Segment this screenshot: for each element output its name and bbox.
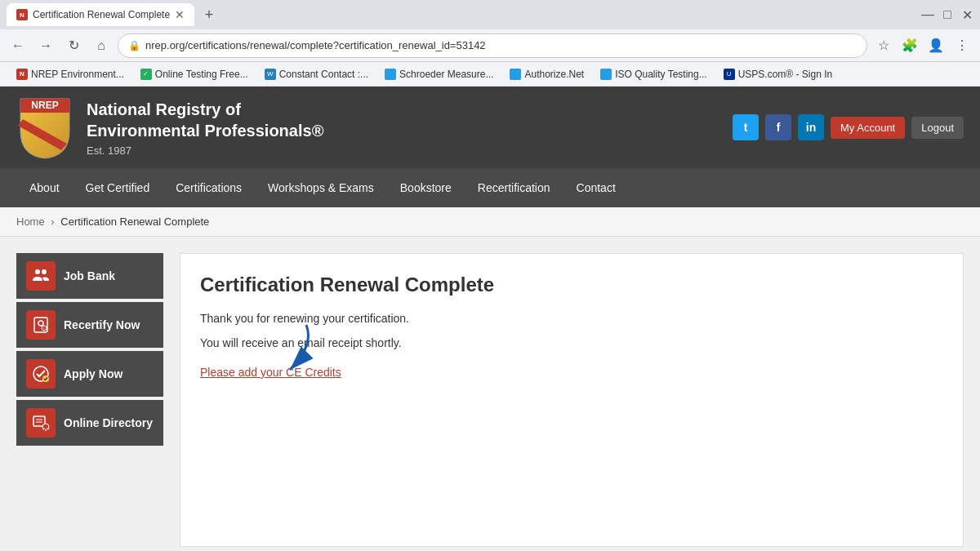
bookmark-label-authorize: Authorize.Net (524, 69, 584, 80)
forward-button[interactable]: → (34, 34, 57, 57)
sidebar-label-job-bank: Job Bank (64, 269, 115, 282)
certificate-icon (26, 408, 56, 438)
close-window-button[interactable]: ✕ (960, 8, 973, 21)
bookmark-testing[interactable]: ✓ Online Testing Free... (134, 67, 255, 82)
url-text: nrep.org/certifications/renewal/complete… (145, 39, 857, 51)
org-name: National Registry of Environmental Profe… (87, 99, 323, 157)
minimize-button[interactable]: — (921, 8, 934, 21)
nav-item-recertification[interactable]: Recertification (465, 168, 564, 207)
bookmark-label-schroeder: Schroeder Measure... (399, 69, 493, 80)
badge-icon: ! (26, 310, 56, 340)
sidebar-item-online-directory[interactable]: Online Directory (16, 400, 163, 446)
home-button[interactable]: ⌂ (90, 34, 113, 57)
sidebar-label-online-directory: Online Directory (64, 416, 153, 429)
bookmark-constant[interactable]: W Constant Contact :... (258, 67, 375, 82)
svg-point-4 (38, 321, 43, 326)
tab-title: Certification Renewal Complete (33, 9, 170, 20)
sidebar-label-recertify: Recertify Now (64, 318, 140, 331)
sidebar-item-recertify-now[interactable]: ! Recertify Now (16, 302, 163, 348)
site-nav: About Get Certified Certifications Works… (0, 168, 980, 207)
bookmark-star-button[interactable]: ☆ (872, 34, 895, 57)
refresh-button[interactable]: ↻ (62, 34, 85, 57)
bookmark-favicon-nrep: N (16, 69, 28, 80)
sidebar-item-job-bank[interactable]: Job Bank (16, 253, 163, 299)
bookmark-authorize[interactable]: 🌐 Authorize.Net (503, 67, 590, 82)
nav-item-about[interactable]: About (16, 168, 73, 207)
tab-favicon: N (16, 9, 28, 20)
page-title: Certification Renewal Complete (200, 273, 943, 296)
nav-item-bookstore[interactable]: Bookstore (387, 168, 465, 207)
tab-close-button[interactable]: ✕ (175, 8, 185, 21)
toolbar-actions: ☆ 🧩 👤 ⋮ (872, 34, 973, 57)
nav-item-certifications[interactable]: Certifications (163, 168, 255, 207)
svg-text:NREP: NREP (31, 100, 58, 111)
breadcrumb-current: Certification Renewal Complete (60, 216, 209, 228)
ce-credits-section: Please add your CE Credits (200, 366, 943, 379)
new-tab-button[interactable]: + (198, 3, 220, 26)
maximize-button[interactable]: □ (941, 8, 954, 21)
bookmark-favicon-testing: ✓ (140, 69, 152, 80)
bookmark-favicon-iso: 🌐 (600, 69, 612, 80)
bookmark-schroeder[interactable]: 🌐 Schroeder Measure... (378, 67, 500, 82)
bookmark-favicon-usps: U (724, 69, 735, 80)
facebook-button[interactable]: f (765, 114, 791, 140)
breadcrumb-separator: › (51, 216, 57, 228)
org-title-line1: National Registry of (87, 99, 323, 120)
org-est: Est. 1987 (87, 144, 323, 157)
browser-tab[interactable]: N Certification Renewal Complete ✕ (7, 3, 194, 26)
breadcrumb-home[interactable]: Home (16, 216, 45, 228)
main-content: Job Bank ! Recertify Now (0, 237, 980, 551)
header-left: NREP National Registry of Environmental … (16, 95, 323, 160)
check-circle-icon (26, 359, 56, 389)
window-controls: — □ ✕ (921, 8, 973, 21)
nav-item-workshops[interactable]: Workshops & Exams (255, 168, 387, 207)
bookmark-label-usps: USPS.com® - Sign In (738, 69, 833, 80)
sidebar-label-apply-now: Apply Now (64, 367, 122, 380)
bookmark-label-iso: ISO Quality Testing... (615, 69, 707, 80)
browser-toolbar: ← → ↻ ⌂ 🔒 nrep.org/certifications/renewa… (0, 29, 980, 62)
bookmarks-bar: N NREP Environment... ✓ Online Testing F… (0, 62, 980, 87)
bookmark-label-nrep: NREP Environment... (31, 69, 124, 80)
bookmark-favicon-schroeder: 🌐 (385, 69, 396, 80)
header-right: t f in My Account Logout (733, 114, 964, 140)
bookmark-usps[interactable]: U USPS.com® - Sign In (717, 67, 840, 82)
blue-arrow (249, 321, 323, 378)
svg-text:!: ! (43, 327, 44, 331)
site-header: NREP National Registry of Environmental … (0, 87, 980, 168)
logout-button[interactable]: Logout (911, 117, 964, 139)
bookmark-label-testing: Online Testing Free... (155, 69, 248, 80)
address-bar[interactable]: 🔒 nrep.org/certifications/renewal/comple… (118, 33, 867, 58)
linkedin-button[interactable]: in (798, 114, 824, 140)
bookmark-favicon-authorize: 🌐 (510, 69, 521, 80)
nav-item-get-certified[interactable]: Get Certified (73, 168, 163, 207)
profile-button[interactable]: 👤 (924, 34, 947, 57)
lock-icon: 🔒 (128, 40, 140, 51)
logo-shield: NREP (16, 95, 74, 160)
browser-chrome: N Certification Renewal Complete ✕ + — □… (0, 0, 980, 87)
content-area: Certification Renewal Complete Thank you… (180, 253, 964, 547)
breadcrumb: Home › Certification Renewal Complete (0, 207, 980, 237)
svg-point-2 (42, 269, 47, 274)
sidebar: Job Bank ! Recertify Now (16, 253, 163, 547)
bookmark-nrep[interactable]: N NREP Environment... (10, 67, 131, 82)
menu-button[interactable]: ⋮ (951, 34, 973, 57)
bookmark-iso[interactable]: 🌐 ISO Quality Testing... (594, 67, 714, 82)
people-icon (26, 261, 56, 291)
back-button[interactable]: ← (7, 34, 29, 57)
title-bar: N Certification Renewal Complete ✕ + — □… (0, 0, 980, 29)
svg-point-1 (35, 269, 40, 274)
my-account-button[interactable]: My Account (831, 117, 905, 139)
website-content: NREP National Registry of Environmental … (0, 87, 980, 551)
sidebar-item-apply-now[interactable]: Apply Now (16, 351, 163, 397)
bookmark-favicon-constant: W (265, 69, 276, 80)
nav-item-contact[interactable]: Contact (564, 168, 629, 207)
bookmark-label-constant: Constant Contact :... (279, 69, 368, 80)
org-title-line2: Environmental Professionals® (87, 120, 323, 141)
twitter-button[interactable]: t (733, 114, 759, 140)
extensions-button[interactable]: 🧩 (898, 34, 921, 57)
